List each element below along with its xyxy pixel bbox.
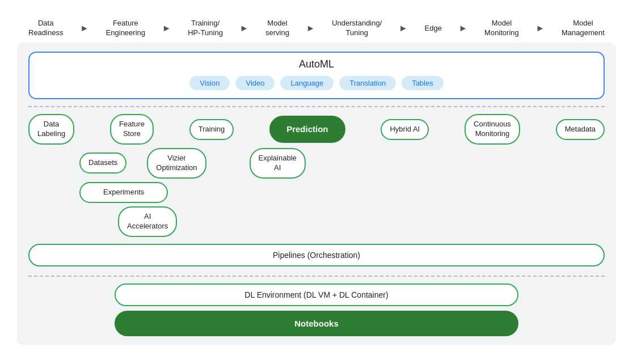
pipeline-step-edge: Edge — [425, 24, 442, 33]
bottom-section: DL Environment (DL VM + DL Container) No… — [28, 283, 605, 336]
pill-dl-env: DL Environment (DL VM + DL Container) — [115, 283, 518, 306]
pill-experiments: Experiments — [79, 182, 168, 203]
dashed-divider-2 — [28, 276, 605, 277]
pill-prediction: Prediction — [269, 116, 345, 143]
pill-ai-accelerators: AI Accelerators — [118, 206, 177, 237]
arrow-5: ► — [399, 23, 408, 33]
pipeline-step-training: Training/ HP-Tuning — [188, 19, 223, 38]
arrow-6: ► — [459, 23, 468, 33]
pipeline-step-model-serving: Model serving — [265, 19, 289, 38]
components-row-2: Datasets Vizier Optimization Explainable… — [28, 148, 605, 179]
automl-pill-video: Video — [235, 76, 275, 90]
automl-pill-tables: Tables — [402, 76, 444, 90]
arrow-2: ► — [162, 23, 171, 33]
pipeline-bar: Data Readiness ► Feature Engineering ► T… — [11, 19, 622, 38]
dl-env-container: DL Environment (DL VM + DL Container) — [28, 283, 605, 306]
arrow-7: ► — [535, 23, 545, 33]
automl-title: AutoML — [40, 58, 593, 70]
pill-notebooks: Notebooks — [115, 311, 518, 336]
components-row-4: AI Accelerators — [28, 206, 605, 237]
pipelines-row: Pipelines (Orchestration) — [28, 244, 605, 266]
pill-metadata: Metadata — [556, 119, 605, 140]
pill-pipelines: Pipelines (Orchestration) — [28, 244, 605, 266]
pill-explainable-ai: Explainable AI — [250, 148, 306, 179]
outer-container: Data Readiness ► Feature Engineering ► T… — [11, 13, 622, 350]
pipeline-step-understanding: Understanding/ Tuning — [332, 19, 382, 38]
pill-hybrid-ai: Hybrid AI — [381, 119, 429, 140]
arrow-1: ► — [80, 23, 89, 33]
automl-box: AutoML Vision Video Language Translation… — [28, 52, 605, 99]
main-components: Data Labeling Feature Store Training Pre… — [28, 114, 605, 266]
automl-pill-vision: Vision — [189, 76, 230, 90]
arrow-4: ► — [306, 23, 315, 33]
diagram-area: AutoML Vision Video Language Translation… — [17, 43, 616, 345]
pill-vizier: Vizier Optimization — [147, 148, 206, 179]
automl-pill-language: Language — [280, 76, 334, 90]
pill-continuous-monitoring: Continuous Monitoring — [465, 114, 520, 145]
components-row-3: Experiments — [28, 182, 605, 203]
pill-datasets: Datasets — [79, 153, 126, 173]
pipeline-step-feature-engineering: Feature Engineering — [106, 19, 145, 38]
pipeline-step-model-monitoring: Model Monitoring — [484, 19, 519, 38]
dashed-divider-1 — [28, 106, 605, 107]
pill-feature-store: Feature Store — [110, 114, 154, 145]
pipeline-step-data-readiness: Data Readiness — [28, 19, 63, 38]
pill-training: Training — [189, 119, 234, 140]
pill-data-labeling: Data Labeling — [28, 114, 74, 145]
arrow-3: ► — [240, 23, 249, 33]
automl-pills: Vision Video Language Translation Tables — [40, 76, 593, 90]
automl-pill-translation: Translation — [339, 76, 396, 90]
notebooks-container: Notebooks — [28, 311, 605, 336]
pipeline-step-model-management: Model Management — [562, 19, 605, 38]
components-row-1: Data Labeling Feature Store Training Pre… — [28, 114, 605, 145]
